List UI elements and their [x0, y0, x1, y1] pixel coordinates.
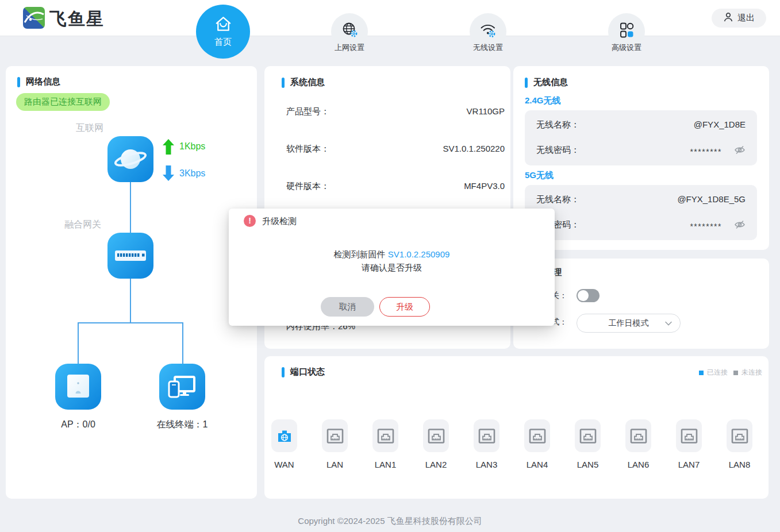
- network-info-card: [6, 66, 257, 499]
- title-bar: [525, 78, 528, 88]
- modal-title: 升级检测: [262, 216, 297, 227]
- nav-item-label: 无线设置: [460, 43, 516, 53]
- mode-select[interactable]: 工作日模式: [577, 314, 681, 333]
- logout-label: 退出: [737, 13, 755, 24]
- nav-item-advanced-settings[interactable]: 高级设置: [599, 13, 654, 53]
- globe-gear-icon: [322, 21, 377, 41]
- logout-button[interactable]: 退出: [712, 9, 766, 28]
- system-row-model: 产品型号： VR110GP: [286, 106, 505, 117]
- grid-icon: [599, 21, 654, 41]
- password-row: 无线密码： ********: [536, 145, 746, 156]
- ssid-label: 无线名称：: [536, 119, 579, 130]
- ssid-row: 无线名称： @FYX_1D8E_5G: [536, 194, 746, 205]
- terminals-node-icon[interactable]: [159, 364, 205, 410]
- row-value: MF4PV3.0: [464, 181, 505, 192]
- topology-line: [78, 322, 183, 323]
- row-label: 软件版本：: [286, 144, 329, 155]
- nav-item-label: 高级设置: [599, 43, 654, 53]
- wifi-gear-icon: [460, 21, 516, 41]
- band-title-24g: 2.4G无线: [525, 95, 561, 106]
- system-row-software: 软件版本： SV1.0.1.250220: [286, 144, 505, 155]
- green-toggle[interactable]: [577, 289, 600, 302]
- ethernet-port-icon: [322, 419, 348, 452]
- router-dashboard: 飞鱼星 首页 上网设置: [0, 0, 780, 532]
- upload-arrow-icon: [163, 139, 174, 157]
- port-lan6[interactable]: LAN6: [625, 419, 651, 469]
- port-lan3[interactable]: LAN3: [474, 419, 499, 469]
- ssid-row: 无线名称： @FYX_1D8E: [536, 119, 746, 130]
- legend-connected: 已连接: [699, 368, 728, 377]
- wan-port-connected-icon: [271, 419, 297, 452]
- chevron-down-icon: [665, 321, 672, 326]
- topology-line: [182, 322, 183, 365]
- ethernet-port-icon: [727, 419, 752, 452]
- user-icon: [723, 12, 733, 24]
- download-arrow-icon: [163, 165, 174, 183]
- nav-item-wan-settings[interactable]: 上网设置: [322, 13, 377, 53]
- header: 飞鱼星 首页 上网设置: [0, 0, 780, 36]
- brand-logo-icon: [23, 7, 45, 31]
- ports-row: WAN LAN LAN1 LAN2 LAN3: [271, 419, 752, 469]
- row-value: SV1.0.1.250220: [443, 144, 505, 155]
- gateway-node-label: 融合网关: [64, 219, 101, 231]
- terminals-count-label: 在线终端：1: [148, 419, 217, 431]
- password-row: 无线密码： ********: [536, 219, 746, 231]
- legend-connected-swatch: [699, 371, 704, 375]
- port-status-title: 端口状态: [282, 367, 325, 377]
- port-lan5[interactable]: LAN5: [575, 419, 601, 469]
- row-label: 硬件版本：: [286, 181, 329, 192]
- band-box-24g: 无线名称： @FYX_1D8E 无线密码： ********: [525, 110, 757, 165]
- ap-node-icon[interactable]: [55, 364, 101, 410]
- download-speed: 3Kbps: [179, 168, 205, 179]
- port-lan7[interactable]: LAN7: [676, 419, 702, 469]
- brand-name: 飞鱼星: [49, 7, 105, 31]
- title-bar: [17, 77, 20, 87]
- gateway-node-icon[interactable]: [107, 233, 153, 279]
- ssid-value: @FYX_1D8E: [694, 119, 746, 130]
- ethernet-port-icon: [524, 419, 550, 452]
- legend-disconnected-swatch: [733, 371, 738, 375]
- row-value: VR110GP: [467, 106, 505, 117]
- system-row-hardware: 硬件版本： MF4PV3.0: [286, 181, 505, 192]
- title-bar: [282, 367, 285, 377]
- port-wan[interactable]: WAN: [271, 419, 297, 469]
- port-lan[interactable]: LAN: [322, 419, 348, 469]
- ethernet-port-icon: [575, 419, 601, 452]
- band-title-5g: 5G无线: [525, 170, 554, 181]
- network-info-title: 网络信息: [17, 76, 60, 87]
- band-box-5g: 无线名称： @FYX_1D8E_5G 无线密码： ********: [525, 185, 757, 240]
- mode-select-value: 工作日模式: [609, 318, 649, 327]
- warning-icon: !: [244, 215, 256, 227]
- nav-item-home-label: 首页: [196, 37, 250, 48]
- row-label: 产品型号：: [286, 106, 329, 117]
- system-info-title: 系统信息: [282, 77, 325, 88]
- wireless-info-title: 无线信息: [525, 77, 568, 88]
- topology-line: [130, 279, 131, 323]
- upgrade-button[interactable]: 升级: [379, 297, 430, 317]
- ap-count-label: AP：0/0: [44, 419, 113, 431]
- copyright-footer: Copyright ©2024-2025 飞鱼星科技股份有限公司: [0, 516, 780, 527]
- eye-off-icon[interactable]: [734, 220, 746, 231]
- password-label: 无线密码：: [536, 145, 579, 156]
- upload-speed: 1Kbps: [179, 141, 205, 152]
- ssid-label: 无线名称：: [536, 194, 579, 205]
- port-lan2[interactable]: LAN2: [423, 419, 449, 469]
- cancel-button[interactable]: 取消: [321, 297, 374, 317]
- topology-line: [130, 182, 131, 234]
- upgrade-modal: ! 升级检测 检测到新固件 SV1.0.2.250909 请确认是否升级 取消 …: [229, 209, 555, 326]
- ethernet-port-icon: [625, 419, 651, 452]
- port-lan4[interactable]: LAN4: [524, 419, 550, 469]
- nav-item-label: 上网设置: [322, 43, 377, 53]
- password-value: ********: [690, 145, 722, 156]
- port-lan1[interactable]: LAN1: [372, 419, 398, 469]
- nav-item-wireless-settings[interactable]: 无线设置: [460, 13, 516, 53]
- internet-status-badge: 路由器已连接互联网: [16, 93, 110, 111]
- port-lan8[interactable]: LAN8: [727, 419, 752, 469]
- internet-node-icon[interactable]: [107, 136, 153, 182]
- firmware-version-link[interactable]: SV1.0.2.250909: [388, 249, 450, 259]
- internet-node-label: 互联网: [76, 122, 103, 134]
- ethernet-port-icon: [676, 419, 702, 452]
- topology-line: [78, 322, 79, 365]
- nav-item-home[interactable]: 首页: [196, 5, 250, 59]
- eye-off-icon[interactable]: [734, 145, 746, 156]
